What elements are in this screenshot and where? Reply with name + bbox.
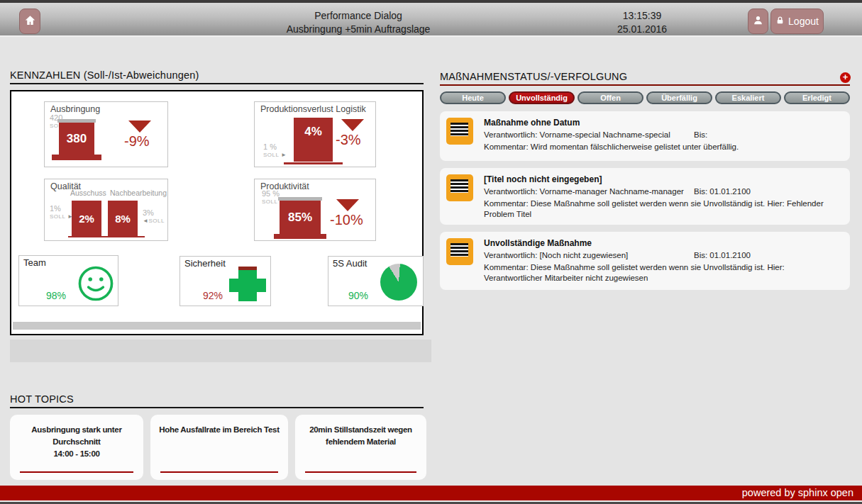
- divider: [440, 84, 850, 86]
- massnahme-bis: Bis: 01.01.2100: [694, 251, 751, 259]
- footer-bar: powered by sphinx open: [0, 486, 862, 500]
- note-icon: [446, 174, 473, 201]
- page-title-line2: Ausbringung +5min Auftragslage: [287, 23, 431, 36]
- footer-branding: powered by sphinx open: [742, 487, 853, 498]
- massnahme-verantwortlich: Verantwortlich: Vorname-special Nachname…: [484, 130, 670, 139]
- hot-topic-underline: [160, 471, 278, 473]
- kpi-bar: 2%: [72, 201, 101, 236]
- kpi-tile-sicherheit[interactable]: Sicherheit 92%: [179, 256, 271, 306]
- kpi-delta: -9%: [124, 133, 150, 150]
- hot-topic-card[interactable]: Hohe Ausfallrate im Bereich Test: [150, 415, 288, 480]
- plus-icon: +: [843, 72, 849, 82]
- kpi-tile-team[interactable]: Team 98%: [18, 255, 118, 306]
- delta-down-icon: [128, 121, 151, 133]
- kennzahlen-section-title: KENNZAHLEN (Soll-/Ist-Abweichungen): [10, 69, 199, 81]
- hot-topic-underline: [20, 471, 133, 473]
- kpi-bar: 4%: [294, 118, 333, 162]
- user-button[interactable]: [748, 9, 768, 34]
- soll-target-label: 3% ◄SOLL: [143, 209, 165, 225]
- logout-button[interactable]: Logout: [770, 9, 824, 34]
- note-icon: [446, 238, 473, 265]
- massnahme-kommentar: Kommentar: Diese Maßnahme soll gelistet …: [484, 262, 840, 284]
- kpi-tile-ausbringung[interactable]: Ausbringung 420 SOLL ► 380 -9%: [44, 101, 168, 167]
- bar-name: Ausschuss: [70, 189, 106, 197]
- tab-ueberfaellig[interactable]: Überfällig: [646, 91, 712, 104]
- arrow-right-icon: ►: [67, 213, 73, 220]
- delta-down-icon: [341, 119, 364, 131]
- massnahme-verantwortlich: Verantwortlich: [Noch nicht zugewiesen]: [484, 251, 628, 259]
- bar-base: [274, 234, 326, 239]
- hot-topic-underline: [305, 471, 416, 473]
- smiley-icon: [77, 265, 114, 305]
- hot-topic-time: 14:00 - 15:00: [16, 448, 138, 460]
- page-title: Performance Dialog Ausbringung +5min Auf…: [287, 9, 431, 36]
- kpi-label: Sicherheit: [184, 258, 226, 269]
- massnahme-card[interactable]: Maßnahme ohne Datum Verantwortlich: Vorn…: [440, 111, 850, 161]
- horizontal-scrollbar[interactable]: [13, 322, 421, 330]
- bar-name: Nachbearbeitung: [110, 189, 167, 197]
- kpi-tile-produktionsverlust[interactable]: Produktionsverlust Logistik 4% 1 % SOLL …: [254, 101, 376, 167]
- kpi-ist-value: 4%: [304, 125, 322, 139]
- kpi-tile-qualitaet[interactable]: Qualität Ausschuss Nachbearbeitung 2% 8%…: [44, 179, 168, 241]
- kpi-label: 5S Audit: [333, 258, 367, 269]
- logout-label: Logout: [788, 16, 819, 27]
- tab-offen[interactable]: Offen: [578, 91, 643, 104]
- tab-eskaliert[interactable]: Eskaliert: [715, 91, 781, 104]
- pie-chart-icon: [380, 264, 417, 301]
- clock: 13:15:39 25.01.2016: [617, 9, 667, 36]
- hot-topic-text: Ausbringung stark unter Durchschnitt: [16, 424, 138, 448]
- bar-base: [284, 162, 343, 164]
- add-massnahme-button[interactable]: +: [840, 72, 851, 83]
- hot-topic-text: Hohe Ausfallrate im Bereich Test: [156, 424, 282, 436]
- panel-scroll-track[interactable]: [10, 340, 431, 362]
- hot-topic-text: 20min Stillstandszeit wegen fehlendem Ma…: [301, 424, 421, 448]
- massnahmen-tab-bar: Heute Unvollständig Offen Überfällig Esk…: [440, 91, 850, 104]
- kpi-ist-value: 85%: [288, 211, 312, 225]
- hot-topic-card[interactable]: 20min Stillstandszeit wegen fehlendem Ma…: [295, 415, 426, 480]
- kpi-tile-produktivitaet[interactable]: Produktivität 95 % SOLL ► 85% -10%: [254, 179, 376, 241]
- kpi-tile-5s-audit[interactable]: 5S Audit 90%: [328, 256, 424, 306]
- kpi-bar: 380: [59, 119, 94, 155]
- clock-time: 13:15:39: [617, 9, 667, 23]
- massnahme-bis: Bis: 01.01.2100: [694, 187, 751, 196]
- kpi-delta: -10%: [330, 212, 363, 228]
- safety-cross-icon: [229, 264, 266, 301]
- hot-topics-section-title: HOT TOPICS: [10, 393, 74, 405]
- kpi-bar: 85%: [280, 197, 321, 234]
- lock-icon: [775, 16, 785, 28]
- bar-base: [52, 155, 101, 160]
- massnahme-title: [Titel noch nicht eingegeben]: [484, 174, 840, 184]
- tab-erledigt[interactable]: Erledigt: [784, 91, 850, 104]
- soll-target-label: 1% SOLL ►: [50, 205, 73, 220]
- home-icon: [24, 14, 36, 28]
- home-button[interactable]: [19, 9, 40, 34]
- kpi-bar: 8%: [108, 201, 138, 236]
- kpi-value: 92%: [203, 290, 223, 301]
- tab-unvollstaendig[interactable]: Unvollständig: [509, 91, 575, 104]
- massnahme-bis: Bis:: [694, 130, 707, 139]
- clock-date: 25.01.2016: [617, 23, 667, 36]
- massnahme-title: Unvollständige Maßnahme: [484, 238, 840, 248]
- massnahme-verantwortlich: Verantwortlich: Vorname-manager Nachname…: [484, 187, 684, 196]
- kpi-value: 98%: [46, 290, 66, 301]
- massnahmen-section-title: MAßNAHMENSTATUS/-VERFOLGUNG: [440, 71, 627, 82]
- massnahme-card[interactable]: Unvollständige Maßnahme Verantwortlich: …: [440, 232, 850, 290]
- soll-target-label: 1 % SOLL ►: [263, 143, 287, 159]
- kpi-ist-value: 380: [67, 132, 87, 146]
- delta-down-icon: [336, 199, 359, 211]
- massnahme-title: Maßnahme ohne Datum: [484, 118, 840, 128]
- kennzahlen-panel: Ausbringung 420 SOLL ► 380 -9% Produktio…: [10, 90, 424, 335]
- kpi-label: Ausbringung: [50, 104, 100, 114]
- kpi-value: 90%: [348, 290, 368, 301]
- divider: [10, 407, 424, 408]
- kpi-label: Team: [23, 257, 46, 268]
- divider: [10, 83, 424, 84]
- kpi-label: Produktionsverlust Logistik: [260, 104, 366, 114]
- massnahme-kommentar: Kommentar: Wird momentan fälschlicherwei…: [484, 142, 840, 152]
- massnahme-kommentar: Kommentar: Diese Maßnahme soll gelistet …: [484, 198, 840, 220]
- user-icon: [753, 15, 763, 28]
- performance-dialog-screen: Performance Dialog Ausbringung +5min Auf…: [0, 0, 862, 504]
- tab-heute[interactable]: Heute: [440, 91, 506, 104]
- massnahme-card[interactable]: [Titel noch nicht eingegeben] Verantwort…: [440, 168, 850, 225]
- hot-topic-card[interactable]: Ausbringung stark unter Durchschnitt 14:…: [10, 415, 143, 480]
